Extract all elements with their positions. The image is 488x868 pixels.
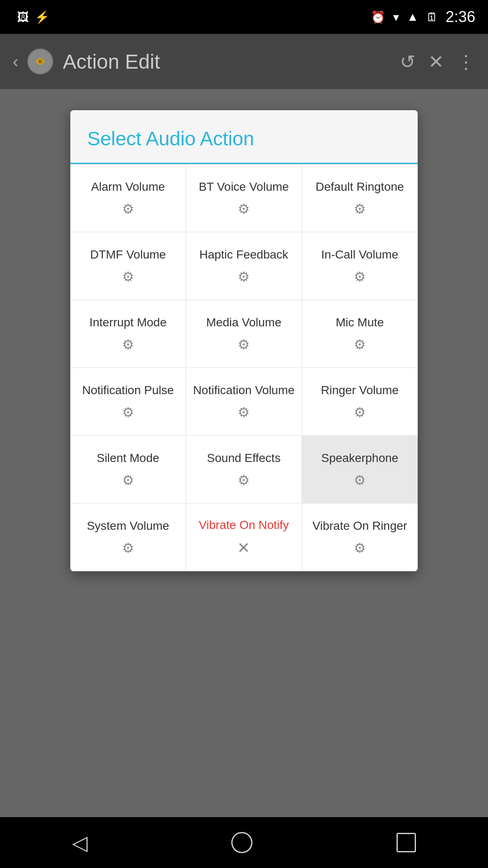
cell-icon-15: ⚙ bbox=[122, 540, 134, 556]
cell-label-12: Silent Mode bbox=[97, 451, 159, 466]
grid-cell-13[interactable]: Sound Effects⚙ bbox=[186, 436, 302, 504]
cell-label-3: DTMF Volume bbox=[90, 247, 166, 262]
grid-cell-15[interactable]: System Volume⚙ bbox=[70, 504, 186, 571]
grid-cell-2[interactable]: Default Ringtone⚙ bbox=[302, 164, 418, 232]
cell-label-15: System Volume bbox=[87, 518, 169, 534]
grid-cell-7[interactable]: Media Volume⚙ bbox=[186, 300, 302, 368]
grid-cell-17[interactable]: Vibrate On Ringer⚙ bbox=[302, 504, 418, 571]
cell-label-14: Speakerphone bbox=[321, 451, 398, 466]
grid-cell-16[interactable]: Vibrate On Notify✕ bbox=[186, 504, 302, 571]
battery-status-icon: 🗓 bbox=[426, 10, 438, 24]
wifi-status-icon: ▾ bbox=[393, 10, 399, 24]
cell-label-0: Alarm Volume bbox=[91, 179, 165, 195]
signal-status-icon: ▲ bbox=[407, 10, 419, 24]
back-arrow[interactable]: ‹ bbox=[13, 52, 18, 71]
select-audio-dialog: Select Audio Action Alarm Volume⚙BT Voic… bbox=[70, 110, 418, 571]
close-button[interactable]: ✕ bbox=[428, 51, 444, 72]
grid-cell-6[interactable]: Interrupt Mode⚙ bbox=[70, 300, 186, 368]
grid-cell-3[interactable]: DTMF Volume⚙ bbox=[70, 232, 186, 300]
cell-label-11: Ringer Volume bbox=[321, 383, 399, 398]
grid-cell-12[interactable]: Silent Mode⚙ bbox=[70, 436, 186, 504]
cell-label-6: Interrupt Mode bbox=[89, 315, 166, 330]
cell-icon-3: ⚙ bbox=[122, 269, 134, 285]
cell-label-10: Notification Volume bbox=[193, 383, 295, 398]
cell-icon-5: ⚙ bbox=[354, 269, 366, 285]
cell-icon-7: ⚙ bbox=[238, 337, 250, 353]
clock-status-icon: ⏰ bbox=[371, 10, 385, 24]
status-bar-left-icons: 🖼 ⚡ bbox=[17, 10, 50, 24]
audio-options-grid: Alarm Volume⚙BT Voice Volume⚙Default Rin… bbox=[70, 164, 418, 571]
cell-icon-10: ⚙ bbox=[238, 404, 250, 420]
page-title: Action Edit bbox=[63, 50, 400, 73]
grid-cell-10[interactable]: Notification Volume⚙ bbox=[186, 368, 302, 436]
cell-label-5: In-Call Volume bbox=[321, 247, 398, 262]
grid-cell-8[interactable]: Mic Mute⚙ bbox=[302, 300, 418, 368]
cell-icon-0: ⚙ bbox=[122, 201, 134, 217]
cell-label-9: Notification Pulse bbox=[82, 383, 174, 398]
cell-icon-17: ⚙ bbox=[354, 540, 366, 556]
grid-cell-1[interactable]: BT Voice Volume⚙ bbox=[186, 164, 302, 232]
app-icon bbox=[27, 48, 54, 75]
status-bar: 🖼 ⚡ ⏰ ▾ ▲ 🗓 2:36 bbox=[0, 0, 488, 34]
cell-icon-6: ⚙ bbox=[122, 337, 134, 353]
cell-label-1: BT Voice Volume bbox=[199, 179, 289, 195]
cell-icon-11: ⚙ bbox=[354, 404, 366, 420]
grid-cell-5[interactable]: In-Call Volume⚙ bbox=[302, 232, 418, 300]
home-nav-button[interactable] bbox=[231, 832, 252, 853]
grid-cell-14[interactable]: Speakerphone⚙ bbox=[302, 436, 418, 504]
cell-icon-1: ⚙ bbox=[238, 201, 250, 217]
cell-label-7: Media Volume bbox=[206, 315, 281, 330]
main-content: Select Audio Action Alarm Volume⚙BT Voic… bbox=[0, 89, 488, 817]
cell-label-17: Vibrate On Ringer bbox=[313, 518, 408, 534]
cell-icon-14: ⚙ bbox=[354, 472, 366, 488]
cell-label-2: Default Ringtone bbox=[316, 179, 404, 195]
bottom-nav: ◁ bbox=[0, 817, 488, 868]
recent-nav-button[interactable] bbox=[396, 833, 416, 852]
dialog-title: Select Audio Action bbox=[70, 110, 418, 164]
flash-status-icon: ⚡ bbox=[35, 10, 50, 24]
cell-icon-9: ⚙ bbox=[122, 404, 134, 420]
action-bar-actions: ↺ ✕ ⋮ bbox=[400, 51, 475, 72]
cell-icon-8: ⚙ bbox=[354, 337, 366, 353]
cell-icon-16: ✕ bbox=[237, 539, 250, 557]
cell-icon-13: ⚙ bbox=[238, 472, 250, 488]
cell-label-13: Sound Effects bbox=[207, 451, 281, 466]
cell-icon-12: ⚙ bbox=[122, 472, 134, 488]
back-nav-button[interactable]: ◁ bbox=[72, 831, 88, 854]
image-status-icon: 🖼 bbox=[17, 10, 29, 24]
cell-label-16: Vibrate On Notify bbox=[199, 517, 289, 533]
status-time: 2:36 bbox=[446, 8, 475, 26]
grid-cell-11[interactable]: Ringer Volume⚙ bbox=[302, 368, 418, 436]
grid-cell-0[interactable]: Alarm Volume⚙ bbox=[70, 164, 186, 232]
action-bar: ‹ Action Edit ↺ ✕ ⋮ bbox=[0, 34, 488, 89]
grid-cell-4[interactable]: Haptic Feedback⚙ bbox=[186, 232, 302, 300]
cell-icon-4: ⚙ bbox=[238, 269, 250, 285]
cell-icon-2: ⚙ bbox=[354, 201, 366, 217]
cell-label-4: Haptic Feedback bbox=[199, 247, 288, 262]
more-button[interactable]: ⋮ bbox=[457, 51, 475, 72]
refresh-button[interactable]: ↺ bbox=[400, 51, 416, 72]
cell-label-8: Mic Mute bbox=[336, 315, 384, 330]
grid-cell-9[interactable]: Notification Pulse⚙ bbox=[70, 368, 186, 436]
